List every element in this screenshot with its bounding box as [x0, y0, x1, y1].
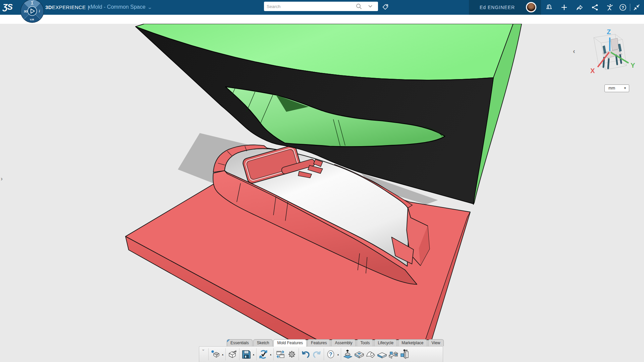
compass-play-button[interactable]: [28, 7, 37, 16]
new-content-icon[interactable]: [210, 349, 221, 360]
brand-3d: 3D: [45, 4, 52, 10]
save-icon[interactable]: [241, 349, 252, 360]
brand-title: 3DEXPERIENCE|: [45, 4, 89, 10]
workspace-title[interactable]: xMold - Common Space⌄: [88, 4, 151, 10]
app-bar: ƷS 3DEXPERIENCE| xMold - Common Space⌄ E…: [0, 0, 644, 15]
svg-text:?: ?: [622, 5, 624, 10]
z-axis-label: Z: [607, 28, 611, 36]
swym-community-icon[interactable]: [606, 3, 614, 11]
3dexperience-compass[interactable]: 3D i V.R: [20, 0, 44, 23]
toolbar-collapse-handle[interactable]: ⌄: [199, 347, 207, 362]
tab-sketch[interactable]: Sketch: [253, 339, 273, 346]
robot-axis-triad[interactable]: Z X Y: [582, 27, 644, 80]
left-panel-expander-chevron-icon[interactable]: ›: [1, 175, 3, 182]
toolbar-divider: [256, 348, 257, 360]
tab-label: Features: [311, 341, 327, 345]
import-icon[interactable]: [227, 349, 238, 360]
user-avatar[interactable]: [526, 2, 536, 12]
compass-south-label[interactable]: V.R: [30, 18, 34, 21]
search-icon[interactable]: [356, 3, 362, 9]
help-icon[interactable]: ?: [619, 3, 627, 11]
mold-base-icon[interactable]: [388, 349, 399, 360]
dassault-3ds-logo: ƷS: [3, 2, 12, 12]
tab-marketplace[interactable]: Marketplace: [398, 339, 427, 346]
notifications-bell-icon[interactable]: [545, 3, 553, 11]
tab-label: View: [432, 341, 440, 345]
mold-assembly-scene[interactable]: [0, 24, 644, 362]
new-content-dropdown-icon[interactable]: ▴: [221, 353, 224, 356]
toolbar-divider: [225, 348, 226, 360]
tag-icon[interactable]: [382, 3, 390, 11]
tab-label: Lifecycle: [378, 341, 393, 345]
update-sync-icon[interactable]: [258, 349, 269, 360]
compass-east-label[interactable]: i: [39, 9, 40, 13]
paste-special-icon[interactable]: [275, 349, 286, 360]
mold-insert-icon[interactable]: [399, 349, 410, 360]
tab-essentials[interactable]: Essentials: [227, 339, 253, 346]
user-name[interactable]: Ed ENGINEER: [480, 5, 515, 10]
undo-icon[interactable]: [300, 349, 311, 360]
settings-gear-icon[interactable]: [286, 349, 297, 360]
toolbar-divider: [239, 348, 239, 360]
toolbar-divider: [208, 348, 209, 360]
search-box[interactable]: [264, 2, 378, 11]
share-arrow-icon[interactable]: [576, 3, 584, 11]
toolbar-divider: [324, 348, 324, 360]
svg-text:?: ?: [329, 352, 332, 357]
core-plate-icon[interactable]: [377, 349, 387, 360]
tab-tools[interactable]: Tools: [357, 339, 373, 346]
units-value: mm: [608, 86, 615, 90]
tab-corner-indicator: [227, 340, 230, 342]
tab-view[interactable]: View: [428, 339, 444, 346]
redo-icon[interactable]: [312, 349, 322, 360]
save-dropdown-icon[interactable]: ▴: [252, 353, 255, 356]
tab-features[interactable]: Features: [307, 339, 330, 346]
toolbar-group-divider: [341, 348, 341, 360]
tab-assembly[interactable]: Assembly: [331, 339, 356, 346]
toolbar-divider: [299, 348, 299, 360]
collapse-window-icon[interactable]: [633, 3, 641, 11]
tab-label: Essentials: [230, 341, 249, 345]
update-dropdown-icon[interactable]: ▴: [269, 353, 272, 356]
avatar-photo: [527, 3, 535, 11]
compass-west-label[interactable]: 3D: [24, 10, 28, 13]
3d-viewport[interactable]: › ‹ Z X Y mm ▼ Essentials Sketch Mold Fe…: [0, 24, 644, 362]
appbar-separator: [630, 4, 630, 11]
tab-label: Marketplace: [401, 341, 423, 345]
help-toolbar-icon[interactable]: ?: [325, 349, 336, 360]
units-dropdown[interactable]: mm ▼: [604, 84, 629, 92]
right-panel-expander-chevron-icon[interactable]: ‹: [573, 47, 575, 55]
search-input[interactable]: [267, 2, 352, 11]
y-axis-label: Y: [631, 62, 635, 69]
workspace-chevron-down-icon[interactable]: ⌄: [147, 5, 152, 10]
extract-core-cavity-icon[interactable]: [342, 349, 353, 360]
x-axis-label: X: [590, 67, 595, 74]
action-toolbar: ⌄ ▴ ▴ ▴: [199, 346, 443, 362]
cavity-plate-icon[interactable]: [354, 349, 365, 360]
brand-experience: EXPERIENCE: [52, 4, 86, 10]
add-plus-icon[interactable]: [560, 3, 568, 11]
tab-label: Sketch: [257, 341, 269, 345]
tab-label: Tools: [360, 341, 370, 345]
parting-surface-icon[interactable]: [365, 349, 376, 360]
tab-lifecycle[interactable]: Lifecycle: [374, 339, 397, 346]
search-scope-chevron-icon[interactable]: [368, 5, 373, 8]
ribbon-tab-bar: Essentials Sketch Mold Features Features…: [227, 339, 444, 347]
tab-label: Assembly: [335, 341, 352, 345]
share-network-icon[interactable]: [591, 3, 599, 11]
tab-label: Mold Features: [277, 341, 303, 345]
action-bar-strip: [0, 15, 644, 24]
units-caret-icon[interactable]: ▼: [624, 85, 627, 92]
help-dropdown-icon[interactable]: ▴: [336, 353, 340, 356]
toolbar-divider: [273, 348, 274, 360]
tab-mold-features[interactable]: Mold Features: [273, 339, 307, 347]
workspace-title-label: xMold - Common Space: [88, 4, 146, 10]
